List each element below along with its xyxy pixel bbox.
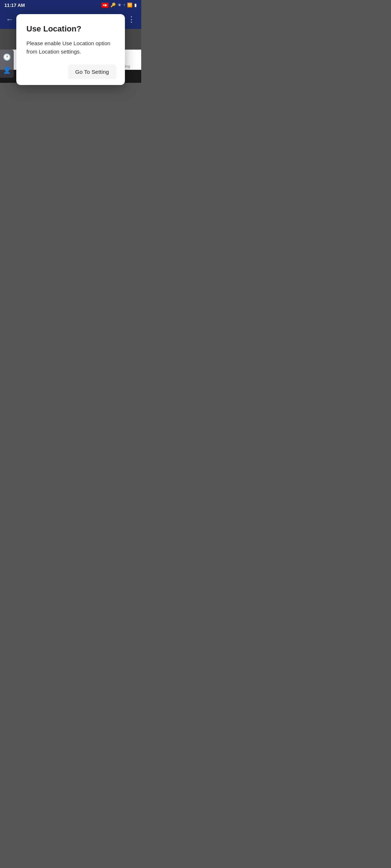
go-to-setting-button[interactable]: Go To Setting — [68, 64, 116, 79]
back-button[interactable]: ← — [6, 15, 14, 24]
dialog-message: Please enable Use Location option from L… — [26, 39, 116, 56]
key-icon: 🔑 — [110, 3, 116, 8]
status-icons: ●▶ 🔑 ✳ ↑ 🛜 ▮ — [101, 3, 137, 8]
dialog-title: Use Location? — [26, 24, 116, 34]
status-time: 11:17 AM — [4, 3, 25, 8]
dialog-actions: Go To Setting — [26, 64, 116, 79]
overflow-menu-button[interactable]: ⋮ — [127, 15, 135, 24]
clock-icon: 🕐 — [3, 53, 11, 61]
bluetooth-icon: ✳ — [118, 3, 121, 8]
person-icon: 👤 — [3, 66, 11, 74]
side-icons-panel: 🕐 👤 — [0, 50, 14, 78]
record-icon: ●▶ — [101, 3, 109, 8]
signal-icon: ↑ — [123, 3, 125, 8]
status-bar: 11:17 AM ●▶ 🔑 ✳ ↑ 🛜 ▮ — [0, 0, 141, 10]
battery-icon: ▮ — [134, 3, 137, 8]
location-dialog: Use Location? Please enable Use Location… — [16, 14, 125, 85]
wifi-icon: 🛜 — [127, 3, 133, 8]
